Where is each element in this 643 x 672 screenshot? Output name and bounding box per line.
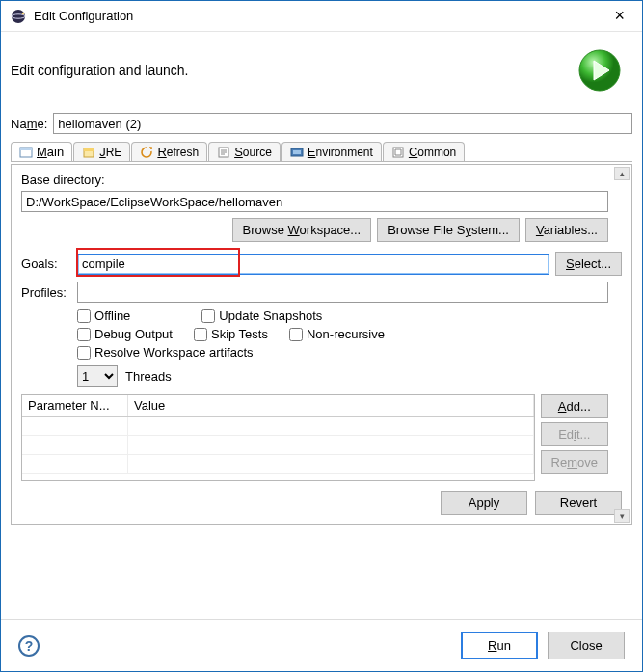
svg-rect-5 (20, 148, 32, 150)
refresh-tab-icon (140, 146, 153, 159)
revert-button[interactable]: Revert (535, 491, 622, 515)
add-button[interactable]: Add... (541, 394, 608, 418)
table-row (22, 436, 534, 455)
parameters-table[interactable]: Parameter N... Value (21, 394, 535, 481)
svg-rect-7 (84, 148, 94, 151)
run-icon-large (576, 47, 623, 94)
threads-label: Threads (125, 369, 172, 384)
update-snapshots-check[interactable]: Update Snapshots (201, 309, 322, 323)
tab-main[interactable]: Main (11, 142, 72, 161)
skip-tests-check[interactable]: Skip Tests (194, 327, 268, 341)
tab-jre[interactable]: JRE (73, 142, 130, 161)
variables-button[interactable]: Variables... (525, 218, 608, 242)
apply-button[interactable]: Apply (441, 491, 527, 515)
svg-point-0 (12, 10, 25, 23)
environment-tab-icon (290, 146, 304, 159)
table-row (22, 417, 534, 436)
tab-environment[interactable]: Environment (281, 142, 382, 161)
resolve-workspace-check[interactable]: Resolve Workspace artifacts (77, 345, 254, 360)
table-row (22, 455, 534, 474)
debug-output-check[interactable]: Debug Output (77, 327, 173, 341)
titlebar: Edit Configuration × (1, 1, 642, 32)
source-tab-icon (217, 146, 230, 159)
name-label: Name: (11, 117, 47, 131)
column-value[interactable]: Value (128, 395, 534, 416)
goals-label: Goals: (21, 256, 77, 271)
base-dir-label: Base directory: (21, 173, 622, 187)
threads-select[interactable]: 1 (77, 365, 118, 387)
close-icon[interactable]: × (606, 6, 632, 26)
profiles-label: Profiles: (21, 285, 77, 300)
common-tab-icon (391, 146, 405, 159)
svg-point-2 (22, 12, 25, 14)
base-dir-input[interactable] (21, 191, 608, 212)
name-input[interactable] (53, 113, 632, 134)
subtitle: Edit configuration and launch. (11, 63, 576, 78)
close-button[interactable]: Close (548, 632, 625, 659)
offline-check[interactable]: Offline (77, 309, 130, 323)
scroll-up-icon[interactable]: ▴ (614, 167, 630, 180)
help-icon[interactable]: ? (18, 635, 40, 657)
browse-workspace-button[interactable]: Browse Workspace... (232, 218, 372, 242)
header: Edit configuration and launch. (1, 32, 642, 103)
jre-tab-icon (82, 146, 95, 159)
non-recursive-check[interactable]: Non-recursive (289, 327, 385, 341)
run-button[interactable]: Run (461, 632, 538, 659)
select-button[interactable]: Select... (555, 252, 622, 276)
remove-button[interactable]: Remove (541, 450, 608, 474)
window-title: Edit Configuration (34, 9, 606, 23)
browse-filesystem-button[interactable]: Browse File System... (377, 218, 520, 242)
scroll-down-icon[interactable]: ▾ (614, 509, 630, 523)
profiles-input[interactable] (77, 282, 608, 303)
tab-bar: Main JRE Refresh Source Environment Comm… (11, 142, 632, 162)
eclipse-icon (11, 9, 26, 24)
edit-button[interactable]: Edit... (541, 422, 608, 446)
column-parameter-name[interactable]: Parameter N... (22, 395, 128, 416)
svg-rect-10 (293, 150, 301, 154)
main-panel: ▴ ▾ Base directory: Browse Workspace... … (11, 164, 632, 525)
tab-source[interactable]: Source (208, 142, 281, 161)
tab-common[interactable]: Common (383, 142, 465, 161)
main-tab-icon (19, 146, 33, 159)
goals-input[interactable] (77, 254, 549, 275)
footer: ? Run Close (1, 619, 642, 671)
tab-refresh[interactable]: Refresh (131, 142, 207, 161)
